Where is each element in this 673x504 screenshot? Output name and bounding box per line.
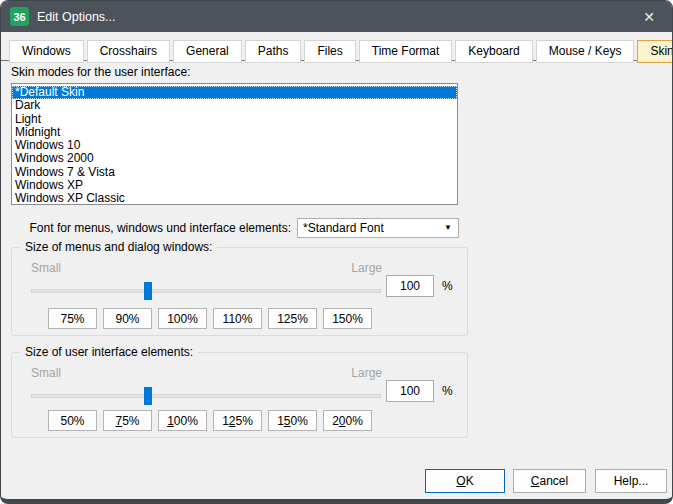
list-item-midnight[interactable]: Midnight bbox=[12, 126, 457, 139]
list-item-default-skin[interactable]: *Default Skin bbox=[12, 86, 457, 99]
slider-thumb[interactable] bbox=[144, 282, 152, 300]
list-item-windows-2000[interactable]: Windows 2000 bbox=[12, 152, 457, 165]
tab-skin[interactable]: Skin bbox=[637, 40, 673, 63]
slider-max-label: Large bbox=[322, 366, 382, 380]
tab-keyboard[interactable]: Keyboard bbox=[455, 40, 532, 63]
slider-min-label: Small bbox=[31, 261, 61, 275]
tab-windows[interactable]: Windows bbox=[9, 40, 84, 63]
slider-max-label: Large bbox=[322, 261, 382, 275]
tab-time-format[interactable]: Time Format bbox=[359, 40, 453, 63]
list-item-windows-7-vista[interactable]: Windows 7 & Vista bbox=[12, 166, 457, 179]
scale-button-125[interactable]: 125% bbox=[213, 410, 262, 431]
scale-value-input[interactable] bbox=[386, 380, 434, 402]
scale-button-125[interactable]: 125% bbox=[268, 308, 317, 329]
app-icon: 36 bbox=[10, 7, 29, 26]
slider-track[interactable] bbox=[31, 289, 381, 293]
scale-button-110[interactable]: 110% bbox=[213, 308, 262, 329]
group-menu-size: Size of menus and dialog windows:SmallLa… bbox=[11, 247, 468, 336]
skin-list[interactable]: *Default SkinDarkLightMidnightWindows 10… bbox=[11, 83, 458, 205]
tab-mouse-keys[interactable]: Mouse / Keys bbox=[536, 40, 635, 63]
tab-general[interactable]: General bbox=[173, 40, 242, 63]
font-dropdown[interactable]: *Standard Font ▼ bbox=[297, 218, 459, 238]
app-icon-text: 36 bbox=[13, 11, 25, 23]
list-item-light[interactable]: Light bbox=[12, 113, 457, 126]
slider-min-label: Small bbox=[31, 366, 61, 380]
scale-button-90[interactable]: 90% bbox=[103, 308, 152, 329]
tab-bar: WindowsCrosshairsGeneralPathsFilesTime F… bbox=[9, 40, 673, 63]
scale-button-75[interactable]: 75% bbox=[103, 410, 152, 431]
close-button[interactable]: ✕ bbox=[626, 1, 672, 32]
skin-modes-label: Skin modes for the user interface: bbox=[11, 65, 190, 79]
font-dropdown-value: *Standard Font bbox=[303, 221, 384, 235]
font-label: Font for menus, windows und interface el… bbox=[1, 221, 291, 235]
group-title: Size of menus and dialog windows: bbox=[20, 240, 217, 254]
slider-track[interactable] bbox=[31, 394, 381, 398]
scale-button-100[interactable]: 100% bbox=[158, 308, 207, 329]
scale-button-150[interactable]: 150% bbox=[268, 410, 317, 431]
dialog-content: WindowsCrosshairsGeneralPathsFilesTime F… bbox=[1, 32, 672, 499]
tab-paths[interactable]: Paths bbox=[245, 40, 302, 63]
list-item-dark[interactable]: Dark bbox=[12, 99, 457, 112]
scale-preset-row: 50%75%100%125%150%200% bbox=[48, 410, 372, 431]
edit-options-dialog: 36 Edit Options... ✕ WindowsCrosshairsGe… bbox=[0, 0, 673, 504]
window-title: Edit Options... bbox=[37, 10, 116, 24]
list-item-windows-10[interactable]: Windows 10 bbox=[12, 139, 457, 152]
list-item-windows-xp[interactable]: Windows XP bbox=[12, 179, 457, 192]
close-icon: ✕ bbox=[643, 9, 655, 25]
tab-crosshairs[interactable]: Crosshairs bbox=[87, 40, 170, 63]
titlebar: 36 Edit Options... ✕ bbox=[1, 1, 672, 32]
tab-files[interactable]: Files bbox=[304, 40, 355, 63]
help-button[interactable]: Help... bbox=[595, 469, 667, 493]
group-ui-size: Size of user interface elements:SmallLar… bbox=[11, 352, 468, 438]
scale-preset-row: 75%90%100%110%125%150% bbox=[48, 308, 372, 329]
percent-sign: % bbox=[442, 279, 453, 293]
slider-thumb[interactable] bbox=[144, 387, 152, 405]
scale-value-input[interactable] bbox=[386, 275, 434, 297]
scale-button-100[interactable]: 100% bbox=[158, 410, 207, 431]
group-title: Size of user interface elements: bbox=[20, 345, 198, 359]
ok-button[interactable]: OK bbox=[425, 469, 505, 493]
scale-button-150[interactable]: 150% bbox=[323, 308, 372, 329]
list-item-windows-xp-classic[interactable]: Windows XP Classic bbox=[12, 192, 457, 205]
scale-button-200[interactable]: 200% bbox=[323, 410, 372, 431]
chevron-down-icon: ▼ bbox=[444, 224, 452, 232]
percent-sign: % bbox=[442, 384, 453, 398]
scale-button-75[interactable]: 75% bbox=[48, 308, 97, 329]
cancel-button[interactable]: Cancel bbox=[513, 469, 586, 493]
scale-button-50[interactable]: 50% bbox=[48, 410, 97, 431]
